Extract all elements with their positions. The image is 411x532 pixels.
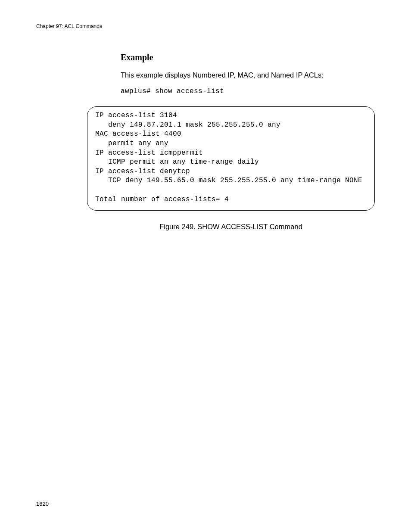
page-number: 1620 <box>36 501 49 507</box>
command-line: awplus# show access-list <box>121 87 375 95</box>
main-content: Example This example displays Numbered I… <box>121 53 375 95</box>
section-heading-example: Example <box>121 53 375 62</box>
running-head: Chapter 97: ACL Commands <box>36 23 375 29</box>
figure-caption: Figure 249. SHOW ACCESS-LIST Command <box>87 223 375 231</box>
intro-paragraph: This example displays Numbered IP, MAC, … <box>121 70 375 80</box>
terminal-output-box: IP access-list 3104 deny 149.87.201.1 ma… <box>87 106 375 211</box>
page: Chapter 97: ACL Commands Example This ex… <box>0 0 411 532</box>
